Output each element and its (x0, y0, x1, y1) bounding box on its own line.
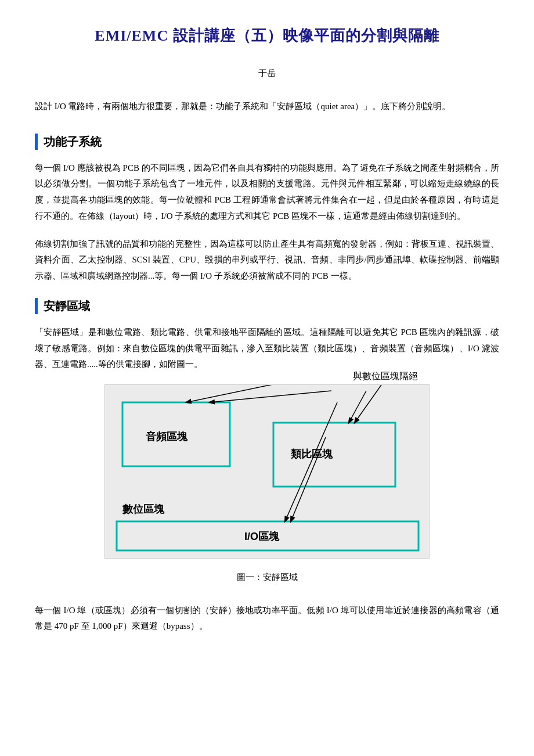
section-bar-1 (35, 134, 38, 150)
svg-line-3 (355, 385, 389, 423)
section-bar-2 (35, 298, 38, 314)
section-title-1: 功能子系統 (44, 132, 102, 152)
bottom-note: 每一個 I/O 埠（或區塊）必須有一個切割的（安靜）接地或功率平面。低頻 I/O… (35, 603, 499, 635)
svg-text:I/O區塊: I/O區塊 (244, 531, 280, 542)
diagram-svg: 音頻區塊 類比區塊 數位區塊 I/O區塊 (105, 385, 430, 559)
section-functional-heading: 功能子系統 (35, 132, 499, 152)
diagram-label-isolation: 與數位區塊隔絕 (353, 368, 418, 384)
svg-text:音頻區塊: 音頻區塊 (146, 430, 188, 442)
svg-text:數位區塊: 數位區塊 (121, 503, 165, 515)
page-title: EMI/EMC 設計講座（五）映像平面的分割與隔離 (35, 23, 499, 49)
author: 于岳 (35, 66, 499, 81)
section-functional-para1: 每一個 I/O 應該被視為 PCB 的不同區塊，因為它們各自具有獨特的功能與應用… (35, 160, 499, 225)
diagram-caption: 圖一：安靜區域 (35, 570, 499, 585)
section-quiet-para1: 「安靜區域」是和數位電路、類比電路、供電和接地平面隔離的區域。這種隔離可以避免其… (35, 325, 499, 373)
section-title-2: 安靜區域 (44, 296, 90, 316)
svg-line-10 (210, 391, 331, 402)
section-quiet-heading: 安靜區域 (35, 296, 499, 316)
svg-text:類比區塊: 類比區塊 (290, 448, 333, 460)
intro-text: 設計 I/O 電路時，有兩個地方很重要，那就是：功能子系統和「安靜區域（quie… (35, 99, 499, 114)
section-functional-para2: 佈線切割加強了訊號的品質和功能的完整性，因為這樣可以防止產生具有高頻寬的發射器，… (35, 236, 499, 285)
svg-line-5 (285, 402, 337, 521)
diagram-wrapper: 與數位區塊隔絕 (93, 384, 441, 559)
